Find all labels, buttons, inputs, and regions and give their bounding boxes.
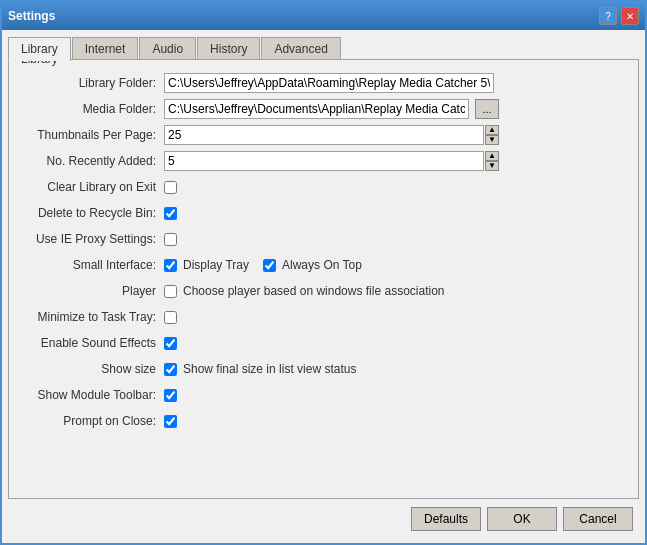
recently-added-spinner: ▲ ▼ [164,151,499,171]
tab-library[interactable]: Library [8,37,71,61]
media-folder-row: Media Folder: ... [19,98,628,120]
prompt-close-row: Prompt on Close: [19,410,628,432]
delete-recycle-label: Delete to Recycle Bin: [19,206,164,220]
use-ie-label: Use IE Proxy Settings: [19,232,164,246]
thumbnails-row: Thumbnails Per Page: ▲ ▼ [19,124,628,146]
recently-added-spinner-buttons: ▲ ▼ [485,151,499,171]
thumbnails-spinner: ▲ ▼ [164,125,499,145]
tab-bar: Library Internet Audio History Advanced [8,36,639,60]
recently-added-input[interactable] [164,151,484,171]
tab-advanced[interactable]: Advanced [261,37,340,61]
thumbnails-label: Thumbnails Per Page: [19,128,164,142]
recently-added-row: No. Recently Added: ▲ ▼ [19,150,628,172]
close-button[interactable]: ✕ [621,7,639,25]
media-folder-input[interactable] [164,99,469,119]
clear-library-row: Clear Library on Exit [19,176,628,198]
player-desc: Choose player based on windows file asso… [183,284,445,298]
recently-added-control: ▲ ▼ [164,151,628,171]
show-size-control: Show final size in list view status [164,362,628,376]
prompt-close-checkbox[interactable] [164,415,177,428]
media-folder-label: Media Folder: [19,102,164,116]
show-size-row: Show size Show final size in list view s… [19,358,628,380]
thumbnails-control: ▲ ▼ [164,125,628,145]
show-size-label: Show size [19,362,164,376]
use-ie-checkbox[interactable] [164,233,177,246]
prompt-close-control [164,415,628,428]
cancel-button[interactable]: Cancel [563,507,633,531]
library-folder-control [164,73,628,93]
thumbnails-down-button[interactable]: ▼ [485,135,499,145]
minimize-control [164,311,628,324]
show-module-label: Show Module Toolbar: [19,388,164,402]
enable-sound-label: Enable Sound Effects [19,336,164,350]
small-interface-label: Small Interface: [19,258,164,272]
title-bar-controls: ? ✕ [599,7,639,25]
recently-added-down-button[interactable]: ▼ [485,161,499,171]
player-control: Choose player based on windows file asso… [164,284,628,298]
defaults-button[interactable]: Defaults [411,507,481,531]
delete-recycle-control [164,207,628,220]
display-tray-checkbox[interactable] [164,259,177,272]
media-folder-browse-button[interactable]: ... [475,99,499,119]
enable-sound-checkbox[interactable] [164,337,177,350]
thumbnails-spinner-buttons: ▲ ▼ [485,125,499,145]
small-interface-control: Display Tray Always On Top [164,258,628,272]
ok-button[interactable]: OK [487,507,557,531]
recently-added-up-button[interactable]: ▲ [485,151,499,161]
thumbnails-input[interactable] [164,125,484,145]
prompt-close-label: Prompt on Close: [19,414,164,428]
clear-library-label: Clear Library on Exit [19,180,164,194]
minimize-row: Minimize to Task Tray: [19,306,628,328]
clear-library-control [164,181,628,194]
window-content: Library Internet Audio History Advanced … [2,30,645,543]
library-folder-row: Library Folder: [19,72,628,94]
show-module-row: Show Module Toolbar: [19,384,628,406]
show-size-desc: Show final size in list view status [183,362,356,376]
library-folder-input[interactable] [164,73,494,93]
show-module-control [164,389,628,402]
enable-sound-control [164,337,628,350]
enable-sound-row: Enable Sound Effects [19,332,628,354]
always-on-top-label: Always On Top [282,258,362,272]
tab-history[interactable]: History [197,37,260,61]
player-checkbox[interactable] [164,285,177,298]
thumbnails-up-button[interactable]: ▲ [485,125,499,135]
use-ie-control [164,233,628,246]
recently-added-label: No. Recently Added: [19,154,164,168]
show-size-checkbox[interactable] [164,363,177,376]
library-group: Library Library Folder: Media Folder: ..… [8,59,639,499]
always-on-top-checkbox[interactable] [263,259,276,272]
minimize-checkbox[interactable] [164,311,177,324]
minimize-label: Minimize to Task Tray: [19,310,164,324]
media-folder-control: ... [164,99,628,119]
help-button[interactable]: ? [599,7,617,25]
button-bar: Defaults OK Cancel [8,499,639,537]
display-tray-label: Display Tray [183,258,249,272]
library-folder-label: Library Folder: [19,76,164,90]
delete-recycle-checkbox[interactable] [164,207,177,220]
show-module-checkbox[interactable] [164,389,177,402]
title-bar: Settings ? ✕ [2,2,645,30]
player-row: Player Choose player based on windows fi… [19,280,628,302]
settings-window: Settings ? ✕ Library Internet Audio Hist… [0,0,647,545]
small-interface-row: Small Interface: Display Tray Always On … [19,254,628,276]
use-ie-row: Use IE Proxy Settings: [19,228,628,250]
delete-recycle-row: Delete to Recycle Bin: [19,202,628,224]
window-title: Settings [8,9,55,23]
player-label: Player [19,284,164,298]
tab-internet[interactable]: Internet [72,37,139,61]
tab-audio[interactable]: Audio [139,37,196,61]
clear-library-checkbox[interactable] [164,181,177,194]
form-section: Library Folder: Media Folder: ... Thumbn… [19,72,628,432]
